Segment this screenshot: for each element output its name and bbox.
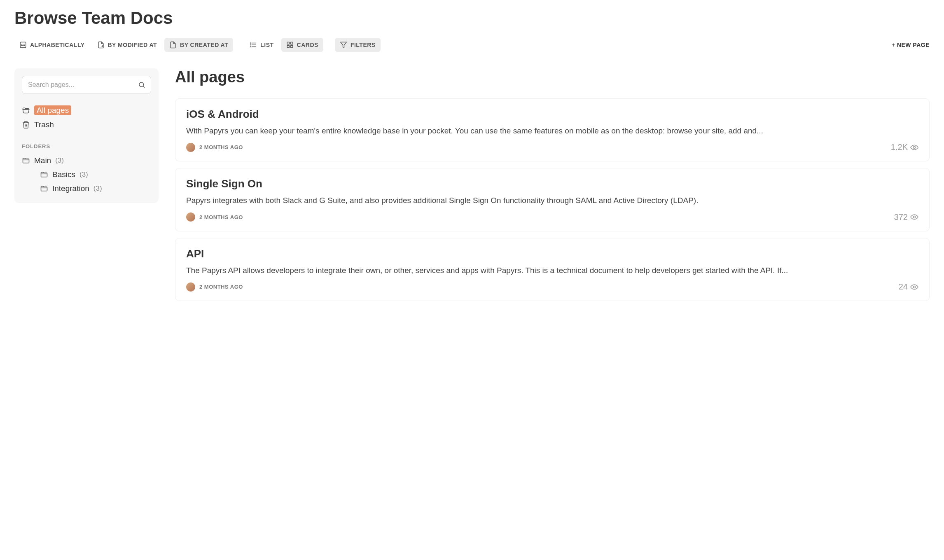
document-icon (169, 41, 177, 49)
card-title: iOS & Android (186, 108, 918, 121)
svg-point-6 (251, 44, 252, 45)
document-edit-icon (97, 41, 105, 49)
cards-icon (286, 41, 294, 49)
folder-icon (22, 156, 30, 165)
folder-main-label: Main (34, 156, 51, 165)
svg-point-19 (914, 216, 916, 218)
card-title: Single Sign On (186, 177, 918, 190)
card-title: API (186, 247, 918, 260)
folder-basics-label: Basics (52, 170, 75, 179)
view-cards-button[interactable]: Cards (281, 38, 323, 52)
page-card[interactable]: Single Sign On Papyrs integrates with bo… (175, 168, 930, 231)
nav-all-pages-label: All pages (34, 105, 71, 115)
card-views: 1.2K (891, 142, 918, 152)
svg-text:Aa: Aa (21, 44, 26, 47)
folder-main[interactable]: Main (3) (22, 154, 151, 168)
nav-trash-label: Trash (34, 120, 54, 129)
card-description: Papyrs integrates with both Slack and G … (186, 194, 918, 206)
svg-rect-10 (287, 46, 289, 48)
sort-created-button[interactable]: By Created At (164, 38, 233, 52)
new-page-button[interactable]: + NEW PAGE (892, 42, 930, 48)
svg-point-5 (251, 43, 252, 44)
eye-icon (910, 143, 918, 152)
page-card[interactable]: iOS & Android With Papyrs you can keep y… (175, 98, 930, 161)
folder-integration[interactable]: Integration (3) (22, 182, 151, 196)
folders-header: FOLDERS (22, 143, 151, 149)
section-title: All pages (175, 68, 930, 86)
svg-point-13 (139, 82, 144, 87)
page-card[interactable]: API The Papyrs API allows developers to … (175, 238, 930, 301)
svg-point-18 (914, 146, 916, 148)
card-description: The Papyrs API allows developers to inte… (186, 264, 918, 276)
card-views: 24 (899, 282, 918, 292)
svg-marker-12 (340, 42, 346, 48)
avatar (186, 282, 195, 292)
card-timestamp: 2 MONTHS AGO (199, 284, 243, 290)
svg-rect-11 (290, 46, 292, 48)
card-timestamp: 2 MONTHS AGO (199, 144, 243, 150)
card-views: 372 (894, 212, 918, 222)
nav-all-pages[interactable]: All pages (22, 103, 151, 118)
sidebar: All pages Trash FOLDERS Main (3) Basics … (14, 68, 159, 203)
nav-trash[interactable]: Trash (22, 118, 151, 132)
eye-icon (910, 283, 918, 291)
sort-modified-button[interactable]: By Modified At (92, 38, 162, 52)
folder-icon (40, 170, 48, 179)
folder-basics-count: (3) (79, 170, 88, 179)
trash-icon (22, 121, 30, 129)
search-icon (138, 81, 145, 89)
svg-line-14 (143, 86, 144, 87)
card-timestamp: 2 MONTHS AGO (199, 214, 243, 220)
page-title: Browse Team Docs (14, 8, 930, 28)
filters-button[interactable]: Filters (335, 38, 381, 52)
toolbar: Aa Alphabetically By Modified At By Crea… (14, 38, 930, 52)
main-content: All pages iOS & Android With Papyrs you … (175, 68, 930, 308)
svg-point-20 (914, 286, 916, 288)
card-description: With Papyrs you can keep your team's ent… (186, 125, 918, 137)
list-icon (250, 41, 257, 49)
folder-main-count: (3) (55, 156, 64, 165)
folder-icon (40, 184, 48, 193)
view-list-button[interactable]: List (245, 38, 278, 52)
folder-open-icon (22, 106, 30, 114)
avatar (186, 212, 195, 222)
search-input[interactable] (22, 76, 151, 94)
folder-basics[interactable]: Basics (3) (22, 168, 151, 182)
svg-rect-9 (290, 42, 292, 44)
folder-integration-count: (3) (93, 184, 102, 193)
svg-rect-8 (287, 42, 289, 44)
sort-alpha-button[interactable]: Aa Alphabetically (14, 38, 90, 52)
avatar (186, 143, 195, 152)
eye-icon (910, 213, 918, 221)
folder-integration-label: Integration (52, 184, 89, 193)
svg-point-7 (251, 47, 252, 47)
alpha-icon: Aa (19, 41, 27, 49)
filter-icon (340, 41, 347, 49)
